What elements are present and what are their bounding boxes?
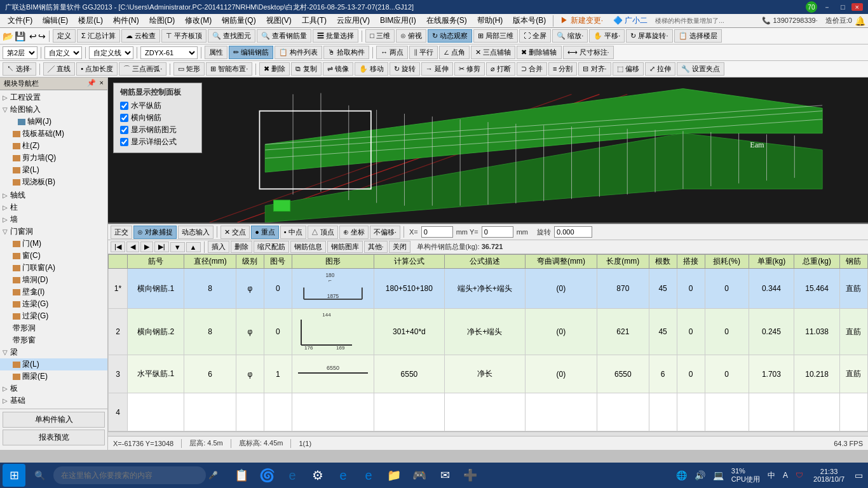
dynamic-observe-button[interactable]: ↻ 动态观察: [428, 29, 472, 43]
sidebar-item-project-settings[interactable]: ▷ 工程设置: [0, 92, 107, 104]
col-header-total-weight[interactable]: 总重(kg): [794, 255, 840, 269]
define-button[interactable]: 定义: [53, 29, 76, 43]
sidebar-item-strip-window[interactable]: 带形窗: [0, 334, 107, 346]
length-2[interactable]: 621: [597, 309, 649, 355]
sidebar-item-ring-beam[interactable]: 圈梁(E): [0, 370, 107, 383]
transverse-rebar-checkbox[interactable]: [120, 114, 128, 122]
rebar-option-transverse[interactable]: 横向钢筋: [120, 112, 195, 123]
length-3[interactable]: 6550: [597, 355, 649, 393]
batch-select-button[interactable]: ☰ 批量选择: [313, 29, 358, 43]
y-input[interactable]: [482, 226, 513, 238]
menu-floor[interactable]: 楼层(L): [73, 14, 108, 27]
angle-button[interactable]: ∠ 点角: [439, 46, 470, 59]
menu-new-change[interactable]: ▶ 新建变更·: [555, 14, 608, 27]
sum-calc-button[interactable]: Σ 汇总计算: [77, 29, 120, 43]
sidebar-item-raft[interactable]: 筏板基础(M): [0, 128, 107, 140]
figure-2[interactable]: 0: [264, 309, 292, 355]
data-table-container[interactable]: 筋号 直径(mm) 级别 图号 图形 计算公式 公式描述 弯曲调整(mm) 长度…: [108, 254, 868, 436]
rebar-info-button[interactable]: 钢筋信息: [290, 241, 326, 253]
col-header-loss[interactable]: 损耗(%): [705, 255, 749, 269]
menu-modify[interactable]: 修改(M): [180, 14, 217, 27]
taskbar-app-plus[interactable]: ➕: [459, 464, 482, 487]
sidebar-item-shear-wall[interactable]: 剪力墙(Q): [0, 152, 107, 164]
col-header-figure[interactable]: 图号: [264, 255, 292, 269]
rebar-library-button[interactable]: 钢筋图库: [327, 241, 363, 253]
coord-button[interactable]: ⊕ 坐标: [339, 226, 369, 239]
properties-button[interactable]: 属性: [205, 46, 227, 59]
menu-draw[interactable]: 绘图(D): [144, 14, 180, 27]
view-rebar-button[interactable]: 🔍 查看钢筋量: [257, 29, 311, 43]
parallel-button[interactable]: ∥ 平行: [409, 46, 438, 59]
table-row[interactable]: 4: [109, 393, 868, 431]
loss-4[interactable]: [705, 393, 749, 431]
col-header-splice[interactable]: 搭接: [677, 255, 705, 269]
show-element-checkbox[interactable]: [120, 126, 128, 134]
col-header-shape[interactable]: 图形: [292, 255, 374, 269]
delete-rebar-button[interactable]: 删除: [231, 241, 252, 253]
open-file-icon[interactable]: 📂: [3, 31, 13, 41]
diameter-4[interactable]: [184, 393, 236, 431]
close-button[interactable]: ×: [851, 3, 863, 11]
component-list-button[interactable]: 📋 构件列表: [275, 46, 322, 59]
taskbar-app-2[interactable]: 🌀: [255, 464, 278, 487]
splice-3[interactable]: 0: [677, 355, 705, 393]
offset-button[interactable]: ⬚ 偏移: [613, 62, 644, 76]
smart-layout-button[interactable]: ⊞ 智能布置·: [206, 62, 252, 76]
taskbar-app-edge[interactable]: e: [332, 464, 355, 487]
volume-icon[interactable]: 🔊: [692, 470, 708, 480]
length-4[interactable]: [597, 393, 649, 431]
taskbar-app-3[interactable]: ⚙: [306, 464, 329, 487]
single-component-input-button[interactable]: 单构件输入: [3, 412, 105, 428]
sidebar-close-button[interactable]: ×: [100, 79, 104, 88]
pick-component-button[interactable]: 🖱 拾取构件: [323, 46, 369, 59]
loss-3[interactable]: 0: [705, 355, 749, 393]
nav-last-button[interactable]: ▶|: [154, 241, 169, 252]
chinese-ime-icon[interactable]: 中: [765, 470, 778, 481]
taskbar-app-ie[interactable]: e: [281, 464, 304, 487]
local-3d-button[interactable]: ⊞ 局部三维: [473, 29, 518, 43]
length-1[interactable]: 870: [597, 269, 649, 309]
nav-up-button[interactable]: ▲: [186, 242, 201, 252]
sidebar-item-beam-section[interactable]: ▽ 梁: [0, 346, 107, 358]
bar-name-2[interactable]: 横向钢筋.2: [128, 309, 184, 355]
ime-icon-a[interactable]: A: [780, 471, 790, 480]
col-header-diameter[interactable]: 直径(mm): [184, 255, 236, 269]
extend-button[interactable]: → 延伸: [421, 62, 453, 76]
count-1[interactable]: 45: [649, 269, 677, 309]
insert-rebar-button[interactable]: 插入: [208, 241, 229, 253]
sidebar-item-col[interactable]: ▷ 柱: [0, 201, 107, 214]
define-select[interactable]: 自定义: [44, 46, 82, 59]
edit-rebar-button[interactable]: ✏ 编辑钢筋: [229, 46, 273, 59]
sidebar-item-column[interactable]: 柱(Z): [0, 140, 107, 152]
intersect-button[interactable]: ✕ 交点: [220, 226, 250, 239]
col-header-count[interactable]: 根数: [649, 255, 677, 269]
bar-name-4[interactable]: [128, 393, 184, 431]
table-row[interactable]: 1* 横向钢筋.1 8 φ 0 180 ⌐: [109, 269, 868, 309]
midpoint-button[interactable]: • 中点: [280, 226, 306, 239]
move-button[interactable]: ✋ 移动: [355, 62, 388, 76]
other-rebar-button[interactable]: 其他·: [364, 241, 388, 253]
sidebar-item-strip-hole[interactable]: 带形洞: [0, 322, 107, 334]
figure-3[interactable]: 1: [264, 355, 292, 393]
rebar-option-show-element[interactable]: 显示钢筋图元: [120, 125, 195, 135]
menu-help[interactable]: 帮助(H): [472, 14, 508, 27]
splice-1[interactable]: 0: [677, 269, 705, 309]
scale-rebar-button[interactable]: 缩尺配筋: [254, 241, 289, 253]
table-row[interactable]: 2 横向钢筋.2 8 φ 0 144 176 16: [109, 309, 868, 355]
sidebar-item-over-beam[interactable]: 过梁(G): [0, 310, 107, 322]
sidebar-item-door-window-combo[interactable]: 门联窗(A): [0, 262, 107, 274]
pan-button[interactable]: ✋ 平移·: [589, 29, 625, 43]
horizontal-rebar-checkbox[interactable]: [120, 102, 128, 110]
delete-draw-button[interactable]: ✖ 删除: [259, 62, 290, 76]
menu-version[interactable]: 版本号(B): [508, 14, 551, 27]
screen-rotate-button[interactable]: ↻ 屏幕旋转·: [626, 29, 672, 43]
three-axis-button[interactable]: ✕ 三点辅轴: [471, 46, 515, 59]
show-formula-checkbox[interactable]: [120, 138, 128, 146]
save-icon[interactable]: 💾: [15, 31, 25, 41]
sidebar-item-beam[interactable]: 梁(L): [0, 164, 107, 176]
taskbar-app-mail[interactable]: ✉: [433, 464, 456, 487]
copy-button[interactable]: ⧉ 复制: [291, 62, 321, 76]
diameter-3[interactable]: 6: [184, 355, 236, 393]
select-button[interactable]: ↖ 选择·: [3, 62, 36, 76]
sidebar-item-draw-input[interactable]: ▽ 绘图输入: [0, 104, 107, 116]
